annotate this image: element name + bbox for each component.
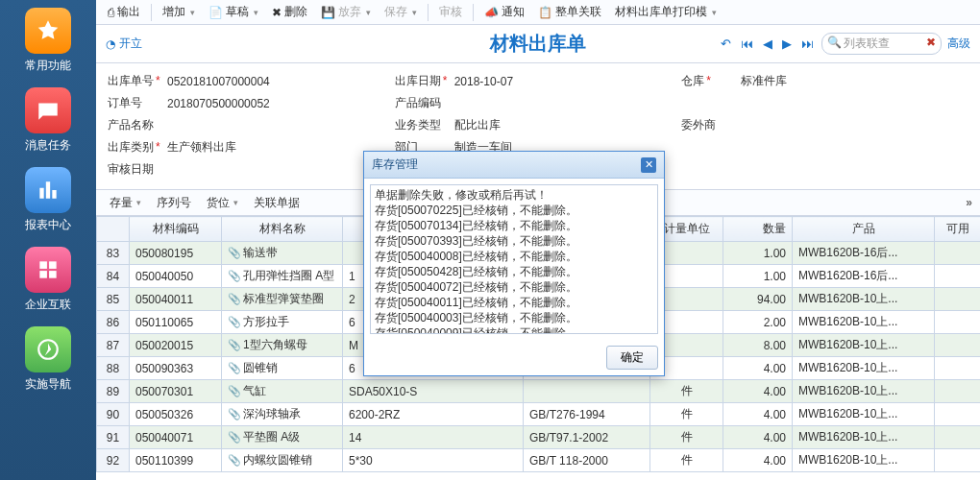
cell-avail[interactable] bbox=[935, 426, 981, 449]
cell-qty[interactable]: 1.00 bbox=[723, 242, 793, 265]
val-order-no[interactable]: 2018070500000052 bbox=[167, 97, 270, 110]
cell-code[interactable]: 050040071 bbox=[130, 426, 222, 449]
cell-prod[interactable]: MWB1620B-16后... bbox=[793, 242, 935, 265]
col-code[interactable]: 材料编码 bbox=[130, 217, 222, 242]
col-avail[interactable]: 可用 bbox=[935, 217, 981, 242]
add-button[interactable]: 增加 bbox=[157, 2, 201, 22]
cell-avail[interactable] bbox=[935, 334, 981, 357]
cell-qty[interactable]: 4.00 bbox=[723, 380, 793, 403]
cell-prod[interactable]: MWB1620B-10上... bbox=[793, 449, 935, 472]
cell-spec[interactable]: 14 bbox=[343, 426, 524, 449]
cell-qty[interactable]: 4.00 bbox=[723, 426, 793, 449]
scroll-right-icon[interactable]: » bbox=[966, 196, 972, 209]
cell-prod[interactable]: MWB1620B-10上... bbox=[793, 380, 935, 403]
open-state[interactable]: ◔ 开立 bbox=[106, 36, 142, 52]
cell-code[interactable]: 050110399 bbox=[130, 449, 222, 472]
search-input[interactable]: 🔍 列表联查 ✖ bbox=[821, 33, 942, 55]
cell-avail[interactable] bbox=[935, 380, 981, 403]
cell-avail[interactable] bbox=[935, 449, 981, 472]
side-item-reports[interactable]: 报表中心 bbox=[0, 159, 96, 239]
cell-name[interactable]: 📎圆锥销 bbox=[222, 357, 343, 380]
table-row[interactable]: 90050050326📎深沟球轴承6200-2RZGB/T276-1994件4.… bbox=[97, 403, 981, 426]
cell-code[interactable]: 050080195 bbox=[130, 242, 222, 265]
cell-spec[interactable]: 5*30 bbox=[343, 449, 524, 472]
cell-name[interactable]: 📎深沟球轴承 bbox=[222, 403, 343, 426]
cell-code[interactable]: 050040011 bbox=[130, 288, 222, 311]
table-row[interactable]: 91050040071📎平垫圈 A级14GB/T97.1-2002件4.00MW… bbox=[97, 426, 981, 449]
cell-code[interactable]: 050050326 bbox=[130, 403, 222, 426]
cell-code[interactable]: 050090363 bbox=[130, 357, 222, 380]
cell-std[interactable]: GB/T 118-2000 bbox=[524, 449, 650, 472]
delete-button[interactable]: ✖ 删除 bbox=[266, 2, 313, 22]
val-wh[interactable]: 标准件库 bbox=[741, 73, 787, 89]
cell-name[interactable]: 📎平垫圈 A级 bbox=[222, 426, 343, 449]
cell-code[interactable]: 050040050 bbox=[130, 265, 222, 288]
last-icon[interactable]: ⏭ bbox=[799, 36, 816, 51]
loc-button[interactable]: 货位 bbox=[201, 193, 244, 213]
output-button[interactable]: ⎙ 输出 bbox=[102, 2, 146, 22]
cell-unit[interactable]: 件 bbox=[650, 426, 723, 449]
print-template-button[interactable]: 材料出库单打印模 bbox=[609, 2, 723, 22]
cell-name[interactable]: 📎气缸 bbox=[222, 380, 343, 403]
draft-button[interactable]: 📄 草稿 bbox=[203, 2, 264, 22]
clear-icon[interactable]: ✖ bbox=[926, 36, 936, 49]
side-item-enterprise[interactable]: 企业互联 bbox=[0, 239, 96, 319]
cell-spec[interactable]: 6200-2RZ bbox=[343, 403, 524, 426]
cell-qty[interactable]: 2.00 bbox=[723, 311, 793, 334]
cell-name[interactable]: 📎孔用弹性挡圈 A型 bbox=[222, 265, 343, 288]
save-button[interactable]: 保存 bbox=[379, 2, 423, 22]
cell-avail[interactable] bbox=[935, 357, 981, 380]
cell-name[interactable]: 📎输送带 bbox=[222, 242, 343, 265]
modal-message[interactable]: 单据删除失败，修改或稍后再试！ 存货[050070225]已经核销，不能删除。 … bbox=[370, 184, 658, 334]
cell-prod[interactable]: MWB1620B-10上... bbox=[793, 357, 935, 380]
val-out-date[interactable]: 2018-10-07 bbox=[454, 75, 513, 88]
whole-assoc-button[interactable]: 📋 整单关联 bbox=[532, 2, 607, 22]
cell-code[interactable]: 050110065 bbox=[130, 311, 222, 334]
side-item-messages[interactable]: 消息任务 bbox=[0, 80, 96, 159]
cell-unit[interactable]: 件 bbox=[650, 380, 723, 403]
cell-name[interactable]: 📎内螺纹圆锥销 bbox=[222, 449, 343, 472]
col-qty[interactable]: 数量 bbox=[723, 217, 793, 242]
discard-button[interactable]: 💾 放弃 bbox=[315, 2, 377, 22]
cell-qty[interactable]: 4.00 bbox=[723, 449, 793, 472]
cell-avail[interactable] bbox=[935, 288, 981, 311]
modal-header[interactable]: 库存管理 ✕ bbox=[364, 152, 664, 179]
cell-avail[interactable] bbox=[935, 265, 981, 288]
stock-button[interactable]: 存量 bbox=[104, 193, 147, 213]
audit-button[interactable]: 审核 bbox=[433, 2, 468, 22]
col-prod[interactable]: 产品 bbox=[793, 217, 935, 242]
cell-prod[interactable]: MWB1620B-10上... bbox=[793, 288, 935, 311]
advanced-link[interactable]: 高级 bbox=[947, 36, 970, 52]
prev-icon[interactable]: ◀ bbox=[761, 36, 774, 51]
ok-button[interactable]: 确定 bbox=[606, 346, 658, 370]
cell-prod[interactable]: MWB1620B-10上... bbox=[793, 334, 935, 357]
first-icon[interactable]: ⏮ bbox=[739, 36, 755, 51]
cell-unit[interactable]: 件 bbox=[650, 403, 723, 426]
cell-qty[interactable]: 94.00 bbox=[723, 288, 793, 311]
cell-qty[interactable]: 4.00 bbox=[723, 357, 793, 380]
close-icon[interactable]: ✕ bbox=[641, 157, 656, 173]
col-name[interactable]: 材料名称 bbox=[222, 217, 343, 242]
cell-std[interactable] bbox=[524, 380, 650, 403]
cell-unit[interactable]: 件 bbox=[650, 449, 723, 472]
val-out-type[interactable]: 生产领料出库 bbox=[167, 139, 236, 156]
seq-button[interactable]: 序列号 bbox=[151, 193, 197, 213]
cell-prod[interactable]: MWB1620B-10上... bbox=[793, 403, 935, 426]
cell-qty[interactable]: 8.00 bbox=[723, 334, 793, 357]
side-item-common[interactable]: 常用功能 bbox=[0, 0, 96, 80]
cell-prod[interactable]: MWB1620B-10上... bbox=[793, 426, 935, 449]
cell-prod[interactable]: MWB1620B-10上... bbox=[793, 311, 935, 334]
cell-name[interactable]: 📎方形拉手 bbox=[222, 311, 343, 334]
cell-std[interactable]: GB/T276-1994 bbox=[524, 403, 650, 426]
cell-spec[interactable]: SDA50X10-S bbox=[343, 380, 524, 403]
cell-prod[interactable]: MWB1620B-16后... bbox=[793, 265, 935, 288]
undo-icon[interactable]: ↶ bbox=[719, 36, 733, 51]
cell-avail[interactable] bbox=[935, 242, 981, 265]
side-item-nav[interactable]: 实施导航 bbox=[0, 319, 96, 398]
cell-avail[interactable] bbox=[935, 403, 981, 426]
notify-button[interactable]: 📣 通知 bbox=[478, 2, 530, 22]
cell-qty[interactable]: 4.00 bbox=[723, 403, 793, 426]
next-icon[interactable]: ▶ bbox=[780, 36, 794, 51]
cell-avail[interactable] bbox=[935, 311, 981, 334]
cell-name[interactable]: 📎1型六角螺母 bbox=[222, 334, 343, 357]
